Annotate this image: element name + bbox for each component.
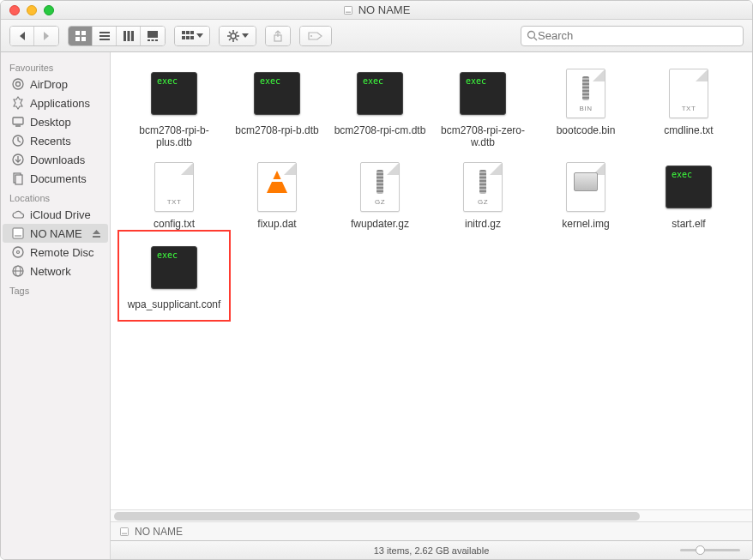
file-item[interactable]: GZinitrd.gz <box>431 154 534 235</box>
file-label: fwupdater.gz <box>351 218 409 230</box>
chevron-left-icon <box>20 32 25 40</box>
document-icon: GZ <box>463 162 503 212</box>
exec-icon <box>151 246 197 289</box>
sidebar-header: Tags <box>1 280 110 298</box>
gear-icon <box>227 30 239 42</box>
sidebar-item-network[interactable]: Network <box>3 262 108 280</box>
file-label: fixup.dat <box>257 218 296 230</box>
sidebar-item-recents[interactable]: Recents <box>3 131 108 150</box>
sidebar-item-remote-disc[interactable]: Remote Disc <box>3 243 108 262</box>
svg-rect-14 <box>152 39 154 41</box>
svg-rect-8 <box>99 39 110 40</box>
file-thumbnail <box>558 160 613 214</box>
file-item[interactable]: bcm2708-rpi-b-plus.dtb <box>123 61 226 154</box>
svg-rect-4 <box>75 37 80 41</box>
action-button-inner[interactable] <box>220 27 256 45</box>
svg-rect-10 <box>127 31 130 41</box>
file-item[interactable]: fixup.dat <box>226 154 328 235</box>
file-item[interactable]: bcm2708-rpi-b.dtb <box>226 61 328 154</box>
file-item[interactable]: wpa_supplicant.conf <box>123 235 226 316</box>
window-title-text: NO NAME <box>358 3 411 16</box>
zoom-knob[interactable] <box>696 545 705 555</box>
share-icon <box>272 30 284 42</box>
file-thumbnail: TXT <box>661 66 716 121</box>
file-item[interactable]: BINbootcode.bin <box>534 61 637 154</box>
action-button[interactable] <box>219 26 256 46</box>
file-item[interactable]: TXTcmdline.txt <box>637 61 740 154</box>
sidebar-item-label: Recents <box>30 135 71 148</box>
eject-icon[interactable] <box>92 229 101 238</box>
sidebar-item-label: Downloads <box>30 154 85 166</box>
file-label: bcm2708-rpi-cm.dtb <box>334 124 426 136</box>
disc-icon <box>11 245 25 259</box>
sidebar-item-desktop[interactable]: Desktop <box>3 112 108 131</box>
view-mode-buttons <box>68 26 166 46</box>
sidebar-item-label: iCloud Drive <box>30 208 91 221</box>
svg-rect-1 <box>346 11 351 13</box>
sidebar-item-documents[interactable]: Documents <box>3 169 108 188</box>
list-view-icon <box>99 30 111 42</box>
toolbar <box>1 20 752 52</box>
sidebar-item-label: Applications <box>30 97 90 110</box>
sidebar-item-downloads[interactable]: Downloads <box>3 150 108 169</box>
scrollbar-thumb[interactable] <box>114 512 640 521</box>
group-icon <box>182 31 194 41</box>
file-label: bcm2708-rpi-zero-w.dtb <box>436 124 530 149</box>
sidebar-header: Favourites <box>1 57 110 75</box>
file-label: kernel.img <box>562 218 609 230</box>
svg-rect-13 <box>148 39 150 41</box>
apps-icon <box>11 96 25 110</box>
share-button-inner[interactable] <box>266 27 290 45</box>
file-item[interactable]: bcm2708-rpi-zero-w.dtb <box>431 61 534 154</box>
zoom-track[interactable] <box>680 549 740 551</box>
file-item[interactable]: bcm2708-rpi-cm.dtb <box>328 61 431 154</box>
file-label: bootcode.bin <box>557 124 616 136</box>
file-thumbnail <box>352 66 407 121</box>
search-field[interactable] <box>521 26 744 46</box>
file-thumbnail <box>661 160 716 214</box>
sidebar-item-label: NO NAME <box>30 227 82 240</box>
file-grid[interactable]: bcm2708-rpi-b-plus.dtbbcm2708-rpi-b.dtbb… <box>111 52 752 509</box>
group-button[interactable] <box>174 26 210 46</box>
file-item[interactable]: start.elf <box>637 154 740 235</box>
file-thumbnail <box>455 66 510 121</box>
share-button[interactable] <box>265 26 291 46</box>
document-icon: GZ <box>360 162 400 212</box>
zoom-slider[interactable] <box>680 549 740 551</box>
sidebar-item-airdrop[interactable]: AirDrop <box>3 75 108 93</box>
document-icon <box>566 162 605 212</box>
search-input[interactable] <box>538 29 738 42</box>
file-thumbnail <box>250 160 304 214</box>
file-thumbnail: TXT <box>147 160 202 214</box>
svg-point-22 <box>231 33 236 39</box>
file-item[interactable]: GZfwupdater.gz <box>328 154 431 235</box>
svg-line-29 <box>236 32 238 33</box>
svg-rect-20 <box>186 36 190 39</box>
file-thumbnail: BIN <box>558 66 613 121</box>
tags-button[interactable] <box>299 26 332 46</box>
horizontal-scrollbar[interactable] <box>111 509 752 521</box>
svg-rect-48 <box>93 236 100 238</box>
sidebar-item-label: Remote Disc <box>30 246 93 259</box>
nav-buttons <box>9 26 59 46</box>
file-item[interactable]: kernel.img <box>534 154 637 235</box>
back-button[interactable] <box>10 27 34 45</box>
svg-rect-5 <box>81 37 86 41</box>
svg-rect-9 <box>123 31 126 41</box>
gallery-view-button[interactable] <box>141 27 165 45</box>
svg-rect-16 <box>182 31 185 34</box>
exec-icon <box>151 72 197 115</box>
forward-button[interactable] <box>34 27 58 45</box>
sidebar-item-applications[interactable]: Applications <box>3 93 108 112</box>
sidebar-item-no-name[interactable]: NO NAME <box>3 224 108 243</box>
chevron-right-icon <box>44 32 49 40</box>
tags-button-inner[interactable] <box>300 27 331 45</box>
icon-view-button[interactable] <box>69 27 93 45</box>
group-button-inner[interactable] <box>175 27 209 45</box>
list-view-button[interactable] <box>93 27 117 45</box>
sidebar-item-icloud-drive[interactable]: iCloud Drive <box>3 205 108 224</box>
svg-rect-19 <box>182 36 185 39</box>
file-item[interactable]: TXTconfig.txt <box>123 154 226 235</box>
column-view-button[interactable] <box>117 27 141 45</box>
path-bar[interactable]: NO NAME <box>111 521 752 540</box>
